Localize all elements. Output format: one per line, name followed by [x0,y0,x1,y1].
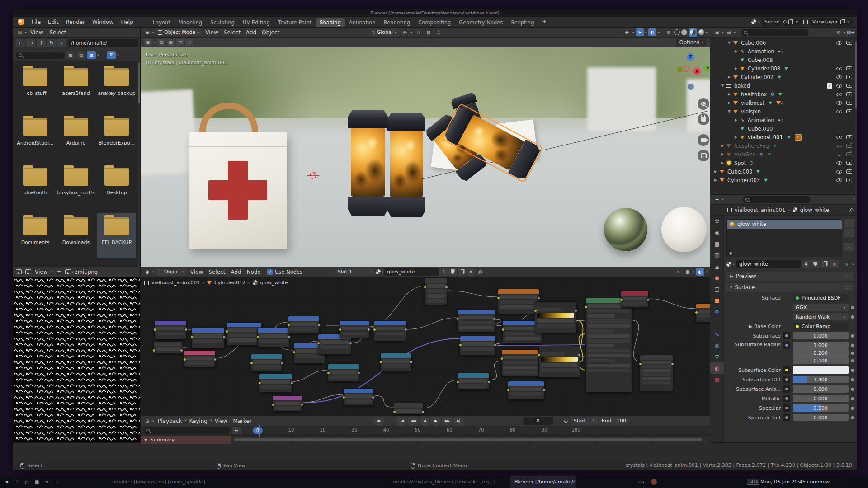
value-slider[interactable]: 0.000 [793,414,849,421]
image-datablock-icon[interactable] [65,269,71,274]
shading-solid-button[interactable] [681,29,687,35]
axis-z[interactable]: Z [687,53,694,61]
add-slot-button[interactable]: + [844,219,854,228]
falloff-icon[interactable]: ⋀ [434,28,443,36]
shader-node[interactable] [621,291,649,308]
properties-tab-world[interactable]: ● [710,272,724,283]
menu-select[interactable]: Select [47,29,69,36]
chevron-down-icon[interactable]: ▾ [632,31,634,34]
expand-arrow[interactable]: ▶ [720,161,725,165]
fit-range-button[interactable]: ↔ [232,427,241,434]
next-keyframe-button[interactable]: ▶▶ [442,417,452,425]
properties-tab-particles[interactable]: ∴ [710,317,724,328]
slot-dropdown[interactable]: Slot 1▾ [335,268,375,276]
outliner-row[interactable]: ▶Cylinder.003 [710,176,855,184]
shader-node[interactable] [585,298,632,393]
properties-tab-physics[interactable]: ∿ [710,328,724,340]
chevron-down-icon[interactable]: ▾ [722,31,724,34]
menu-file[interactable]: File [28,19,44,25]
tool-toggle-2[interactable]: ▩ [167,39,175,46]
properties-tab-material[interactable]: ◐ [710,362,724,374]
outliner-row[interactable]: ▼baked✓ [710,81,855,90]
chevron-down-icon[interactable]: ▾ [722,198,724,201]
play-reverse-button[interactable]: ◀ [420,417,429,425]
scene-selector[interactable]: Scene × [762,18,802,26]
taskbar-window-item[interactable]: amalie : [lab-crystals] [room_sparkle] [108,476,210,488]
up-button[interactable]: ↑ [37,39,46,47]
shader-node[interactable] [257,328,290,347]
preview-panel-header[interactable]: ▶Preview [726,272,854,281]
chevron-down-icon[interactable]: ▾ [72,270,74,273]
hide-viewport-toggle[interactable] [836,110,842,113]
value-slider[interactable]: 0.500 [793,404,849,412]
chevron-down-icon[interactable]: ▾ [154,41,156,44]
properties-tab-view-layer[interactable]: ▥ [710,249,724,261]
hide-viewport-toggle[interactable] [836,101,842,105]
timeline-ruler[interactable]: ↔ 0102030405060708090100 [141,426,710,435]
path-field[interactable]: /home/amalie/ [68,39,138,47]
magnet-icon[interactable]: ∩ [415,28,423,36]
diffuse-sphere[interactable] [661,207,707,252]
xray-toggle-icon[interactable]: ▥ [665,28,673,36]
workspace-tab-sculpting[interactable]: Sculpting [206,18,239,28]
folder-item[interactable]: Desktop [97,163,136,208]
tool-toggle-4[interactable]: ◬ [186,39,193,46]
folder-item[interactable]: anakey-backup [97,64,136,109]
folder-item[interactable]: acers3fand [57,64,95,109]
outliner-row[interactable]: ▶Spot [710,159,855,167]
display-mode-icon[interactable]: ▤ [725,28,733,36]
editor-type-icon[interactable]: ◷ [143,417,151,425]
shader-node[interactable] [154,320,187,339]
shader-node[interactable] [288,316,320,334]
hide-viewport-toggle[interactable] [836,84,842,88]
camera-view-button[interactable] [698,134,709,146]
hide-viewport-toggle[interactable] [836,93,842,96]
value-slider[interactable]: 0.100 [793,357,849,364]
outliner-row[interactable]: ▶healthbox⚙ [710,90,855,99]
editor-type-icon[interactable] [16,269,22,274]
folder-item[interactable]: bluetooth [16,163,55,208]
menu-add[interactable]: Add [228,269,244,275]
hide-viewport-toggle[interactable] [836,75,842,79]
chevron-down-icon[interactable]: ▾ [152,31,154,34]
filter-button[interactable]: ∇ [107,51,116,59]
taskbar-window-item[interactable]: amalie-View/ans_blender [emit-like.png] … [387,476,495,488]
chevron-down-icon[interactable]: ▾ [693,270,695,273]
axis-y[interactable]: Y [704,65,710,72]
shader-node[interactable] [380,353,412,372]
material-name-field[interactable]: glow_white [384,268,439,276]
folder-item[interactable]: BlenderExpo... [97,113,136,159]
display-detail-button[interactable]: ▤ [76,51,85,59]
tray-app-icon[interactable] [651,479,657,485]
shader-node[interactable] [538,346,580,377]
chevron-down-icon[interactable]: ▾ [52,270,53,273]
search-input[interactable] [16,52,65,59]
tool-toggle-1[interactable]: ▤ [157,39,165,46]
pin-icon[interactable] [476,268,483,275]
shader-node[interactable] [259,374,292,393]
value-slider[interactable]: 0.000 [793,332,849,339]
editor-type-icon[interactable]: ▣ [143,28,151,36]
keyboard-layout[interactable]: us [638,476,644,488]
workspace-tab-geometry-nodes[interactable]: Geometry Nodes [455,18,507,28]
menu-view[interactable]: View [32,269,50,275]
expand-arrow[interactable]: ▼ [726,41,732,45]
copy-icon[interactable] [840,20,844,24]
disable-render-toggle[interactable] [846,101,852,105]
material-slot-list[interactable]: glow_white ▶ [726,219,842,257]
keyframe-decorator[interactable] [851,388,854,391]
menu-playback[interactable]: Playback [155,418,185,424]
copy-button[interactable] [821,260,829,268]
expand-arrow[interactable]: ▶ [733,49,739,53]
vial-object[interactable] [387,113,425,217]
view-layer-selector[interactable]: ViewLayer × [810,18,853,26]
outliner-row[interactable]: ▶IcosphereFog [710,141,855,150]
shader-node[interactable] [273,395,302,412]
shader-node[interactable] [374,320,406,341]
fake-user-button[interactable] [448,268,457,276]
options-dropdown[interactable]: Options▾ [676,38,707,46]
chevron-down-icon[interactable]: ▾ [25,31,27,34]
disable-render-toggle[interactable] [846,92,852,96]
folder-item[interactable]: AndroidStudi... [16,113,55,159]
shader-node[interactable] [226,322,262,346]
